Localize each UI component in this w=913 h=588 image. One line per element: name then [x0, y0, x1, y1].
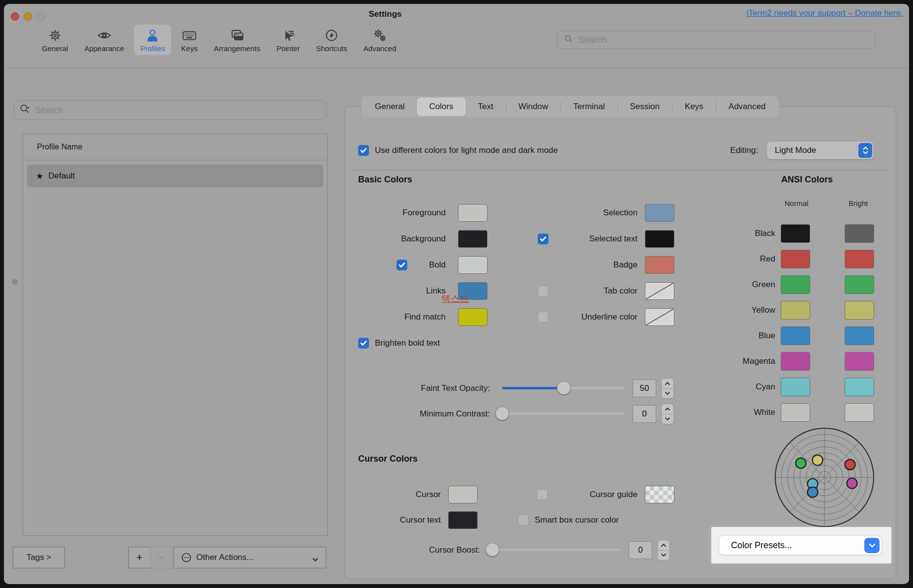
slider-knob[interactable] [557, 381, 571, 395]
bold-swatch[interactable] [458, 256, 487, 274]
profile-search-field[interactable]: Search [14, 100, 327, 120]
bold-checkbox[interactable] [396, 260, 407, 270]
cursor-boost-value[interactable]: 0 [629, 541, 652, 559]
tab-color-checkbox[interactable] [538, 286, 548, 296]
search-icon [563, 33, 574, 46]
ansi-black-bright-swatch[interactable] [845, 224, 874, 243]
toolbar-item-advanced[interactable]: Advanced [357, 25, 403, 55]
basic-colors-title: Basic Colors [358, 175, 412, 185]
stepper-up-icon[interactable] [658, 540, 670, 551]
ansi-green-label: Green [670, 280, 775, 290]
tab-window[interactable]: Window [506, 97, 560, 116]
ellipsis-circle-icon [181, 552, 192, 563]
ansi-yellow-normal-swatch[interactable] [781, 301, 810, 320]
tags-button-label: Tags > [27, 553, 52, 562]
tab-label: Colors [429, 102, 453, 112]
cursor-boost-stepper[interactable] [657, 540, 670, 560]
toolbar-item-keys[interactable]: Keys [175, 25, 204, 55]
ansi-magenta-bright-swatch[interactable] [845, 352, 874, 371]
ansi-bright-header: Bright [849, 199, 868, 207]
selection-label: Selection [527, 208, 638, 218]
ansi-white-normal-swatch[interactable] [781, 403, 810, 422]
donate-link[interactable]: iTerm2 needs your support – Donate here. [747, 8, 903, 18]
ansi-blue-bright-swatch[interactable] [845, 326, 874, 345]
foreground-label: Foreground [345, 208, 446, 218]
faint-opacity-value[interactable]: 50 [633, 380, 656, 397]
tab-label: General [375, 102, 404, 112]
tab-advanced[interactable]: Advanced [716, 97, 778, 116]
tab-colors[interactable]: Colors [417, 97, 465, 116]
ansi-magenta-normal-swatch[interactable] [781, 352, 810, 371]
tab-label: Advanced [729, 102, 766, 112]
ansi-red-normal-swatch[interactable] [781, 250, 810, 268]
toolbar-item-appearance[interactable]: Appearance [78, 25, 130, 55]
toolbar-item-profiles[interactable]: Profiles [134, 25, 171, 55]
cursor-swatch[interactable] [448, 486, 478, 503]
profile-row-default[interactable]: ★ Default [27, 165, 323, 187]
use-different-colors-checkbox[interactable] [358, 145, 369, 156]
ansi-cyan-bright-swatch[interactable] [845, 378, 874, 396]
cursor-guide-swatch[interactable] [645, 486, 674, 503]
ansi-green-bright-swatch[interactable] [845, 275, 874, 294]
remove-profile-button[interactable]: − [150, 547, 172, 568]
toolbar-item-pointer[interactable]: Pointer [270, 25, 306, 55]
slider-fill [502, 387, 564, 389]
toolbar-item-label: Pointer [276, 44, 300, 53]
editing-mode-select[interactable]: Light Mode [767, 142, 874, 159]
ansi-cyan-normal-swatch[interactable] [781, 378, 810, 396]
tags-button[interactable]: Tags > [13, 547, 65, 568]
close-button[interactable] [11, 12, 19, 21]
tab-general[interactable]: General [363, 97, 417, 116]
faint-opacity-slider[interactable] [502, 387, 625, 389]
toolbar-item-shortcuts[interactable]: Shortcuts [309, 25, 353, 55]
tab-keys[interactable]: Keys [672, 97, 716, 116]
min-contrast-value[interactable]: 0 [633, 405, 656, 423]
color-presets-button[interactable]: Color Presets... [719, 535, 882, 555]
tab-terminal[interactable]: Terminal [561, 97, 617, 116]
ansi-red-bright-swatch[interactable] [845, 250, 874, 268]
tab-session[interactable]: Session [618, 97, 672, 116]
wheel-dot-green [796, 458, 806, 469]
toolbar-item-arrangements[interactable]: Arrangements [208, 25, 267, 55]
colors-pane: Use different colors for light mode and … [344, 106, 896, 579]
search-filter-icon [19, 103, 31, 117]
ansi-yellow-bright-swatch[interactable] [845, 301, 874, 320]
ansi-white-bright-swatch[interactable] [845, 403, 874, 422]
search-placeholder: Search [578, 35, 607, 45]
chevron-down-icon [864, 538, 880, 553]
selected-text-checkbox[interactable] [538, 234, 548, 244]
min-contrast-slider[interactable] [502, 412, 625, 415]
stepper-down-icon[interactable] [658, 551, 670, 560]
find-match-swatch[interactable] [458, 308, 487, 326]
add-profile-button[interactable]: + [128, 547, 151, 568]
ansi-blue-label: Blue [670, 331, 775, 341]
toolbar-item-general[interactable]: General [35, 25, 74, 55]
minimize-button[interactable] [24, 12, 32, 21]
smart-box-checkbox[interactable] [518, 515, 529, 526]
underline-color-checkbox[interactable] [538, 312, 548, 323]
tab-text[interactable]: Text [466, 97, 506, 116]
section-divider [353, 170, 888, 170]
ansi-blue-normal-swatch[interactable] [781, 326, 810, 345]
slider-knob[interactable] [495, 407, 509, 420]
links-label: Links [345, 286, 446, 296]
cursor-guide-checkbox[interactable] [537, 489, 548, 500]
foreground-swatch[interactable] [458, 204, 487, 222]
ansi-black-normal-swatch[interactable] [781, 224, 810, 243]
pane-resize-handle[interactable] [12, 279, 18, 285]
cursor-text-label: Cursor text [345, 515, 441, 525]
toolbar-search-field[interactable]: Search [557, 30, 876, 49]
ansi-yellow-label: Yellow [670, 305, 775, 315]
ansi-green-normal-swatch[interactable] [781, 275, 810, 294]
slider-knob[interactable] [486, 543, 499, 557]
cursor-text-swatch[interactable] [448, 511, 478, 529]
other-actions-button[interactable]: Other Actions... [174, 547, 326, 568]
cursor-boost-slider[interactable] [492, 549, 620, 551]
background-swatch[interactable] [458, 230, 487, 248]
traffic-lights [11, 12, 45, 21]
brighten-bold-checkbox[interactable] [358, 338, 369, 349]
toolbar-item-label: Profiles [140, 44, 165, 53]
editing-mode-value: Light Mode [767, 146, 858, 155]
selection-swatch[interactable] [645, 204, 674, 222]
find-match-label: Find match [345, 312, 446, 322]
